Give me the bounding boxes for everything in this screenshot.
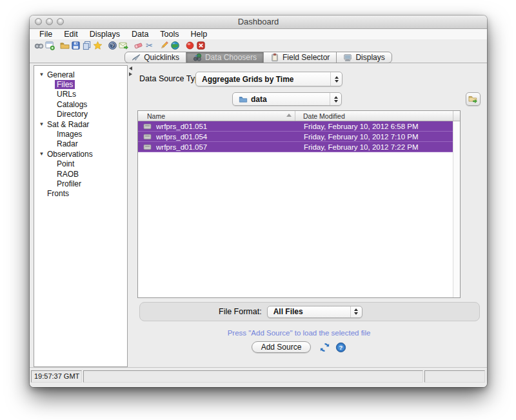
refresh-icon[interactable] [319, 342, 330, 353]
column-header-date-modified[interactable]: Date Modified [295, 111, 453, 121]
data-chooser-icon[interactable] [34, 41, 44, 50]
menu-edit[interactable]: Edit [58, 30, 84, 39]
disclosure-triangle-icon[interactable]: ▼ [38, 151, 45, 157]
tab-displays[interactable]: Displays [336, 52, 392, 63]
clock-display: 19:57:37 GMT [31, 370, 82, 383]
tree-item-label: General [45, 70, 77, 79]
scrollbar-header-corner [453, 111, 460, 121]
column-header-name[interactable]: Name [138, 111, 295, 121]
file-name-cell: wrfprs_d01.051 [156, 123, 295, 130]
blue-folder-icon [239, 95, 248, 104]
tree-item-radar[interactable]: Radar [34, 139, 127, 149]
disclosure-triangle-icon[interactable]: ▼ [38, 121, 45, 127]
file-format-label: File Format: [219, 307, 262, 316]
close-button[interactable] [35, 18, 42, 25]
favorites-icon[interactable] [93, 41, 103, 50]
title-bar[interactable]: Dashboard [30, 15, 487, 29]
tree-item-profiler[interactable]: Profiler [34, 179, 127, 188]
tree-item-label: Profiler [55, 179, 83, 188]
data-source-type-dropdown[interactable]: Aggregate Grids by Time [195, 72, 342, 86]
tree-item-label: Sat & Radar [45, 120, 91, 129]
menu-displays[interactable]: Displays [84, 30, 126, 39]
sort-ascending-icon [286, 114, 292, 117]
tree-item-fronts[interactable]: Fronts [34, 189, 127, 199]
directory-value: data [251, 95, 267, 104]
support-icon[interactable] [119, 41, 128, 50]
menu-help[interactable]: Help [185, 30, 213, 39]
info-icon[interactable]: ? [108, 41, 117, 50]
file-row-wrfprs-d01-054[interactable]: wrfprs_d01.054Friday, February 10, 2012 … [138, 132, 453, 142]
menu-file[interactable]: File [34, 30, 58, 39]
menu-data[interactable]: Data [126, 30, 154, 39]
file-name-cell: wrfprs_d01.054 [156, 133, 295, 141]
tree-item-sat-radar[interactable]: ▼Sat & Radar [34, 119, 127, 129]
tab-label: Quicklinks [144, 53, 179, 62]
file-table-header: Name Date Modified [138, 111, 460, 121]
memory-indicator-box [424, 370, 485, 383]
svg-text:?: ? [339, 344, 343, 351]
window-controls [35, 18, 64, 25]
tree-item-label: RAOB [55, 170, 81, 179]
split-divider[interactable] [128, 66, 133, 76]
tree-item-general[interactable]: ▼General [34, 70, 127, 79]
open-directory-button[interactable] [466, 92, 481, 106]
tree-item-catalogs[interactable]: Catalogs [34, 99, 127, 109]
add-source-button[interactable]: Add Source [252, 341, 312, 353]
tab-data-choosers[interactable]: Data Choosers [186, 52, 264, 63]
open-file-icon[interactable] [60, 41, 70, 50]
stepper-arrows-icon [330, 72, 342, 86]
help-icon[interactable]: ? [335, 342, 346, 353]
category-tree: ▼GeneralFilesURLsCatalogsDirectory▼Sat &… [34, 65, 128, 367]
file-row-wrfprs-d01-057[interactable]: wrfprs_d01.057Friday, February 10, 2012 … [138, 142, 453, 152]
tree-item-images[interactable]: Images [34, 129, 127, 139]
divider-collapse-right-icon[interactable] [129, 72, 132, 76]
menu-bar: FileEditDisplaysDataToolsHelp [30, 29, 487, 39]
globe-icon[interactable] [170, 41, 180, 50]
tree-item-label: Observations [45, 150, 95, 159]
status-message-box [83, 370, 423, 383]
action-row: Add Source ? [137, 341, 461, 353]
tree-item-point[interactable]: Point [34, 159, 127, 169]
delete-icon[interactable] [196, 41, 206, 50]
eraser-icon[interactable] [134, 41, 143, 50]
edit-icon[interactable] [159, 41, 169, 50]
tree-item-urls[interactable]: URLs [34, 90, 127, 99]
tree-item-raob[interactable]: RAOB [34, 169, 127, 179]
vertical-scrollbar-track [453, 121, 460, 297]
tab-quicklinks[interactable]: Quicklinks [124, 52, 186, 63]
file-icon [143, 134, 152, 140]
tab-label: Displays [355, 53, 384, 62]
status-hint: Press "Add Source" to load the selected … [137, 329, 461, 337]
tree-item-files[interactable]: Files [34, 79, 127, 89]
directory-dropdown[interactable]: data [232, 92, 342, 106]
tree-item-label: Catalogs [55, 100, 89, 109]
tree-item-label: Files [55, 80, 75, 89]
new-window-icon[interactable] [45, 41, 55, 50]
file-name-cell: wrfprs_d01.057 [156, 143, 295, 151]
record-icon[interactable] [185, 41, 195, 50]
save-as-icon[interactable] [82, 41, 92, 50]
tree-item-label: Directory [55, 110, 90, 119]
tree-item-label: Point [55, 159, 76, 168]
clipboard-icon [270, 53, 279, 62]
file-row-wrfprs-d01-051[interactable]: wrfprs_d01.051Friday, February 10, 2012 … [138, 121, 453, 132]
tab-field-selector[interactable]: Field Selector [263, 52, 337, 63]
toolbar: ?✂ [30, 39, 487, 51]
divider-collapse-left-icon[interactable] [129, 66, 132, 70]
menu-tools[interactable]: Tools [154, 30, 184, 39]
tab-label: Field Selector [283, 53, 330, 62]
column-name-label: Name [147, 112, 165, 120]
minimize-button[interactable] [46, 18, 53, 25]
tree-item-directory[interactable]: Directory [34, 110, 127, 119]
column-date-label: Date Modified [303, 112, 345, 120]
file-icon [143, 144, 152, 150]
data-source-type-value: Aggregate Grids by Time [202, 75, 293, 84]
disclosure-triangle-icon[interactable]: ▼ [38, 72, 45, 77]
cut-icon[interactable]: ✂ [144, 41, 154, 50]
file-format-value: All Files [273, 307, 303, 316]
zoom-button[interactable] [57, 18, 64, 25]
tree-item-observations[interactable]: ▼Observations [34, 149, 127, 159]
save-icon[interactable] [71, 41, 81, 50]
file-format-dropdown[interactable]: All Files [267, 306, 362, 318]
folder-go-icon [468, 94, 478, 104]
